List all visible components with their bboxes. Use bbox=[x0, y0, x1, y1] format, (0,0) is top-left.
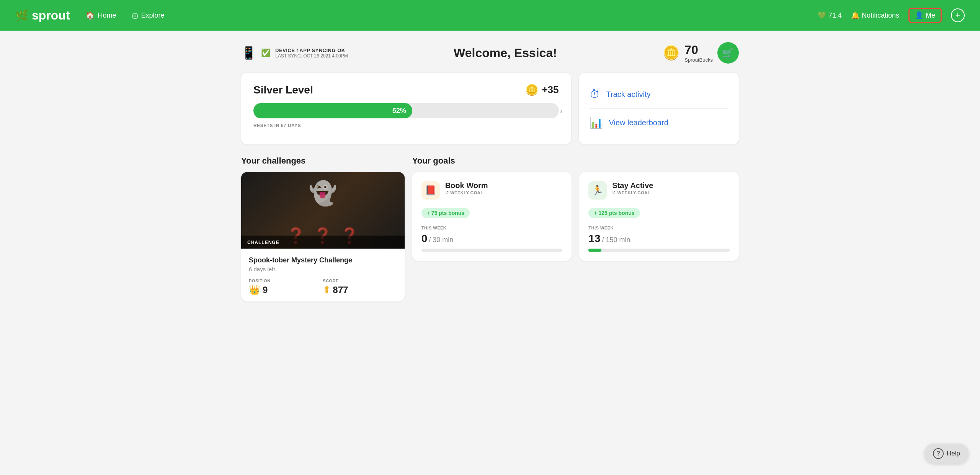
goal-bookworm-progress: 0 / 30 min bbox=[421, 233, 563, 245]
goal-stayactive-type: ↺ WEEKLY GOAL bbox=[612, 190, 730, 195]
refresh-icon-sa: ↺ bbox=[612, 190, 616, 195]
goal-bookworm-bonus: + 75 pts bonus bbox=[421, 208, 470, 218]
goal-bookworm: 📕 Book Worm ↺ WEEKLY GOAL + 75 pts bonus… bbox=[412, 172, 572, 261]
goal-stayactive-week-label: THIS WEEK bbox=[588, 226, 730, 230]
sync-timestamp: LAST SYNC: OCT 26 2021 4:00PM bbox=[275, 53, 348, 59]
cards-row: Silver Level 🪙 +35 52% › RESETS IN 67 DA… bbox=[241, 73, 739, 144]
position-label: POSITION bbox=[249, 278, 323, 283]
challenge-score: SCORE ⬆ 877 bbox=[323, 278, 397, 295]
goal-stayactive-total: / 150 min bbox=[602, 236, 630, 244]
notifications-button[interactable]: 🔔 Notifications bbox=[851, 11, 899, 20]
explore-icon: ◎ bbox=[132, 11, 138, 20]
stopwatch-icon: ⏱ bbox=[590, 88, 600, 101]
silver-title: Silver Level bbox=[253, 84, 313, 96]
goal-stayactive-info: Stay Active ↺ WEEKLY GOAL bbox=[612, 181, 730, 195]
nav-explore[interactable]: ◎ Explore bbox=[132, 11, 165, 20]
view-leaderboard-label: View leaderboard bbox=[609, 118, 668, 127]
progress-bar-fill: 52% bbox=[253, 103, 412, 118]
challenge-name: Spook-tober Mystery Challenge bbox=[249, 256, 397, 264]
sproutbucks-amount: 70 bbox=[684, 43, 713, 57]
person-icon: 👤 bbox=[915, 11, 923, 20]
arrow-up-icon: ⬆ bbox=[323, 285, 330, 295]
goal-bookworm-type: ↺ WEEKLY GOAL bbox=[445, 190, 563, 195]
crown-icon: 👑 bbox=[249, 285, 260, 295]
goal-bookworm-header: 📕 Book Worm ↺ WEEKLY GOAL bbox=[421, 181, 563, 200]
coins-icon: 🪙 bbox=[663, 45, 680, 61]
challenges-title: Your challenges bbox=[241, 156, 405, 166]
score-value: ⬆ 877 bbox=[323, 285, 397, 295]
device-icon: 📱 bbox=[241, 46, 256, 60]
progress-arrow-icon[interactable]: › bbox=[560, 106, 563, 115]
goal-bookworm-current: 0 bbox=[421, 233, 428, 245]
goal-bookworm-total: / 30 min bbox=[429, 236, 453, 244]
resets-text: RESETS IN 67 DAYS bbox=[253, 123, 559, 128]
pts-coin-icon: 🪙 bbox=[525, 84, 539, 96]
silver-level-card: Silver Level 🪙 +35 52% › RESETS IN 67 DA… bbox=[241, 73, 571, 144]
nav-home[interactable]: 🏠 Home bbox=[85, 11, 116, 20]
goal-stayactive-bonus: + 125 pts bonus bbox=[588, 208, 640, 218]
goal-stayactive-icon-wrap: 🏃 bbox=[588, 181, 607, 200]
add-icon: + bbox=[956, 10, 960, 20]
nav-explore-label: Explore bbox=[141, 11, 165, 20]
welcome-message: Welcome, Essica! bbox=[348, 46, 663, 60]
main-content: 📱 ✅ DEVICE / APP SYNCING OK LAST SYNC: O… bbox=[226, 31, 754, 313]
sync-bar: 📱 ✅ DEVICE / APP SYNCING OK LAST SYNC: O… bbox=[241, 42, 739, 64]
heart-score-value: 71.4 bbox=[828, 11, 842, 20]
header: 🌿 sprout 🏠 Home ◎ Explore 💚 71.4 🔔 Notif… bbox=[0, 0, 980, 31]
goals-grid: 📕 Book Worm ↺ WEEKLY GOAL + 75 pts bonus… bbox=[412, 172, 739, 261]
help-button[interactable]: ? Help bbox=[924, 444, 969, 464]
sproutbucks-label: SproutBucks bbox=[684, 57, 713, 63]
sproutbucks-info: 70 SproutBucks bbox=[684, 43, 713, 63]
challenge-badge-text: CHALLENGE bbox=[247, 240, 279, 245]
sync-info: 📱 ✅ DEVICE / APP SYNCING OK LAST SYNC: O… bbox=[241, 46, 348, 60]
challenge-position: POSITION 👑 9 bbox=[249, 278, 323, 295]
challenge-image: 👻 ❓ ❓ ❓ CHALLENGE bbox=[241, 172, 405, 249]
ghost-icon: 👻 bbox=[309, 180, 337, 207]
track-activity-item[interactable]: ⏱ Track activity bbox=[590, 80, 728, 109]
add-button[interactable]: + bbox=[951, 8, 965, 22]
me-button[interactable]: 👤 Me bbox=[908, 8, 942, 23]
goal-bookworm-info: Book Worm ↺ WEEKLY GOAL bbox=[445, 181, 563, 195]
header-left: 🌿 sprout 🏠 Home ◎ Explore bbox=[15, 8, 165, 23]
refresh-icon-bw: ↺ bbox=[445, 190, 449, 195]
heart-icon: 💚 bbox=[818, 11, 826, 20]
goal-bookworm-name: Book Worm bbox=[445, 181, 563, 190]
logo[interactable]: 🌿 sprout bbox=[15, 8, 70, 23]
pts-value: +35 bbox=[542, 84, 559, 96]
goal-stayactive-name: Stay Active bbox=[612, 181, 730, 190]
cart-button[interactable]: 🛒 bbox=[717, 42, 739, 64]
book-icon: 📕 bbox=[425, 185, 436, 196]
sync-status: DEVICE / APP SYNCING OK bbox=[275, 48, 348, 53]
bottom-row: Your challenges 👻 ❓ ❓ ❓ CHALLENGE Spook-… bbox=[241, 156, 739, 301]
header-right: 💚 71.4 🔔 Notifications 👤 Me + bbox=[818, 8, 965, 23]
goal-stayactive: 🏃 Stay Active ↺ WEEKLY GOAL + 125 pts bo… bbox=[579, 172, 739, 261]
bell-icon: 🔔 bbox=[851, 11, 859, 20]
goal-stayactive-progress: 13 / 150 min bbox=[588, 233, 730, 245]
sproutbucks-section: 🪙 70 SproutBucks 🛒 bbox=[663, 42, 739, 64]
view-leaderboard-item[interactable]: 📊 View leaderboard bbox=[590, 109, 728, 137]
goal-bookworm-week-label: THIS WEEK bbox=[421, 226, 563, 230]
help-circle-icon: ? bbox=[933, 448, 944, 459]
silver-points: 🪙 +35 bbox=[525, 84, 559, 96]
heart-score: 💚 71.4 bbox=[818, 11, 842, 20]
goals-section: Your goals 📕 Book Worm ↺ WEEKLY GOAL bbox=[412, 156, 739, 301]
logo-text: sprout bbox=[32, 8, 70, 23]
goal-stayactive-header: 🏃 Stay Active ↺ WEEKLY GOAL bbox=[588, 181, 730, 200]
challenge-card: 👻 ❓ ❓ ❓ CHALLENGE Spook-tober Mystery Ch… bbox=[241, 172, 405, 301]
nav-home-label: Home bbox=[98, 11, 116, 20]
challenges-section: Your challenges 👻 ❓ ❓ ❓ CHALLENGE Spook-… bbox=[241, 156, 405, 301]
goal-stayactive-type-text: WEEKLY GOAL bbox=[617, 190, 650, 195]
leaderboard-icon: 📊 bbox=[590, 116, 603, 129]
position-value: 👑 9 bbox=[249, 285, 323, 295]
challenge-days: 6 days left bbox=[249, 266, 397, 272]
notifications-label: Notifications bbox=[862, 11, 899, 20]
score-number: 877 bbox=[333, 285, 348, 295]
challenge-badge: CHALLENGE bbox=[241, 236, 405, 249]
goal-stayactive-bar bbox=[588, 249, 730, 252]
goal-bookworm-icon-wrap: 📕 bbox=[421, 181, 440, 200]
silver-header: Silver Level 🪙 +35 bbox=[253, 84, 559, 96]
track-activity-label: Track activity bbox=[606, 90, 651, 99]
goal-stayactive-bar-fill bbox=[588, 249, 601, 252]
goal-stayactive-current: 13 bbox=[588, 233, 600, 245]
help-label: Help bbox=[947, 450, 960, 457]
